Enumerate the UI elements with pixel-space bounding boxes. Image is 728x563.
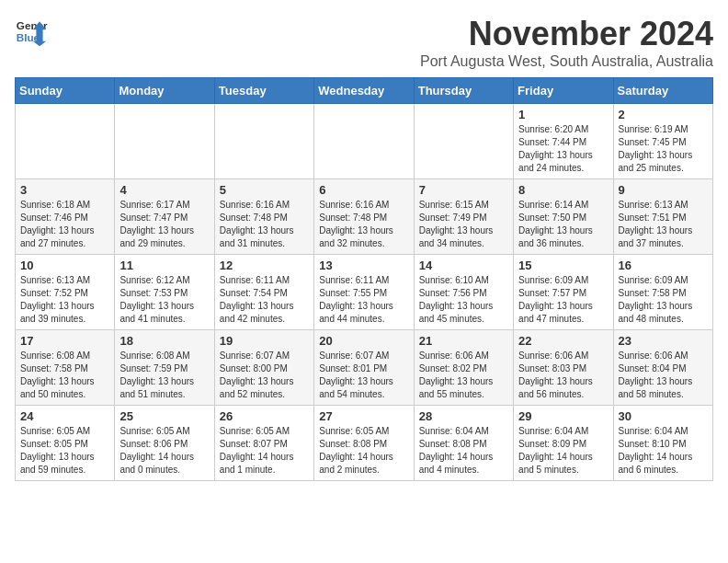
day-info: Sunrise: 6:13 AM Sunset: 7:52 PM Dayligh… (20, 275, 95, 324)
day-cell: 24Sunrise: 6:05 AM Sunset: 8:05 PM Dayli… (16, 406, 115, 481)
day-cell: 7Sunrise: 6:15 AM Sunset: 7:49 PM Daylig… (414, 179, 513, 255)
day-cell: 9Sunrise: 6:13 AM Sunset: 7:51 PM Daylig… (613, 179, 712, 255)
day-cell (214, 104, 313, 179)
day-cell: 20Sunrise: 6:07 AM Sunset: 8:01 PM Dayli… (314, 330, 414, 406)
day-cell: 25Sunrise: 6:05 AM Sunset: 8:06 PM Dayli… (115, 406, 214, 481)
day-info: Sunrise: 6:04 AM Sunset: 8:08 PM Dayligh… (419, 426, 494, 475)
day-cell (414, 104, 513, 179)
day-cell: 4Sunrise: 6:17 AM Sunset: 7:47 PM Daylig… (115, 179, 214, 255)
day-info: Sunrise: 6:11 AM Sunset: 7:54 PM Dayligh… (220, 275, 294, 324)
day-cell: 18Sunrise: 6:08 AM Sunset: 7:59 PM Dayli… (115, 330, 214, 406)
day-info: Sunrise: 6:10 AM Sunset: 7:56 PM Dayligh… (419, 275, 494, 324)
day-number: 4 (119, 183, 209, 197)
day-cell: 6Sunrise: 6:16 AM Sunset: 7:48 PM Daylig… (314, 179, 414, 255)
day-number: 21 (419, 334, 508, 348)
day-cell (16, 104, 115, 179)
day-cell: 14Sunrise: 6:10 AM Sunset: 7:56 PM Dayli… (414, 255, 513, 330)
day-info: Sunrise: 6:09 AM Sunset: 7:57 PM Dayligh… (518, 275, 593, 324)
day-number: 2 (619, 108, 708, 121)
week-row-2: 3Sunrise: 6:18 AM Sunset: 7:46 PM Daylig… (16, 179, 713, 255)
day-cell: 12Sunrise: 6:11 AM Sunset: 7:54 PM Dayli… (214, 255, 313, 330)
header-cell-sunday: Sunday (16, 78, 115, 104)
day-number: 30 (619, 409, 708, 423)
week-row-3: 10Sunrise: 6:13 AM Sunset: 7:52 PM Dayli… (16, 255, 713, 330)
day-info: Sunrise: 6:07 AM Sunset: 8:01 PM Dayligh… (319, 350, 393, 399)
month-title: November 2024 (420, 15, 713, 53)
day-number: 11 (119, 259, 209, 272)
header-cell-friday: Friday (514, 78, 613, 104)
day-info: Sunrise: 6:12 AM Sunset: 7:53 PM Dayligh… (119, 275, 194, 324)
day-info: Sunrise: 6:07 AM Sunset: 8:00 PM Dayligh… (220, 350, 294, 399)
day-info: Sunrise: 6:08 AM Sunset: 7:58 PM Dayligh… (20, 350, 95, 399)
header: General Blue November 2024 Port Augusta … (15, 15, 713, 70)
logo-icon: General Blue (15, 15, 48, 48)
header-cell-tuesday: Tuesday (214, 78, 313, 104)
day-cell: 22Sunrise: 6:06 AM Sunset: 8:03 PM Dayli… (514, 330, 613, 406)
day-number: 8 (518, 183, 608, 197)
day-cell: 21Sunrise: 6:06 AM Sunset: 8:02 PM Dayli… (414, 330, 513, 406)
day-number: 22 (518, 334, 608, 348)
day-number: 27 (319, 409, 408, 423)
day-info: Sunrise: 6:15 AM Sunset: 7:49 PM Dayligh… (419, 200, 494, 248)
day-number: 25 (119, 409, 209, 423)
day-cell: 1Sunrise: 6:20 AM Sunset: 7:44 PM Daylig… (514, 104, 613, 179)
day-cell: 10Sunrise: 6:13 AM Sunset: 7:52 PM Dayli… (16, 255, 115, 330)
day-cell: 13Sunrise: 6:11 AM Sunset: 7:55 PM Dayli… (314, 255, 414, 330)
logo: General Blue (15, 15, 48, 48)
calendar-header: SundayMondayTuesdayWednesdayThursdayFrid… (16, 78, 713, 104)
calendar-table: SundayMondayTuesdayWednesdayThursdayFrid… (15, 77, 713, 481)
calendar-body: 1Sunrise: 6:20 AM Sunset: 7:44 PM Daylig… (16, 104, 713, 481)
day-number: 12 (220, 259, 309, 272)
day-cell: 3Sunrise: 6:18 AM Sunset: 7:46 PM Daylig… (16, 179, 115, 255)
day-info: Sunrise: 6:19 AM Sunset: 7:45 PM Dayligh… (619, 124, 693, 173)
day-info: Sunrise: 6:05 AM Sunset: 8:07 PM Dayligh… (220, 426, 294, 475)
day-cell: 23Sunrise: 6:06 AM Sunset: 8:04 PM Dayli… (613, 330, 712, 406)
day-info: Sunrise: 6:13 AM Sunset: 7:51 PM Dayligh… (619, 200, 693, 248)
day-cell: 26Sunrise: 6:05 AM Sunset: 8:07 PM Dayli… (214, 406, 313, 481)
day-number: 1 (518, 108, 608, 121)
day-info: Sunrise: 6:06 AM Sunset: 8:02 PM Dayligh… (419, 350, 494, 399)
week-row-4: 17Sunrise: 6:08 AM Sunset: 7:58 PM Dayli… (16, 330, 713, 406)
day-number: 17 (20, 334, 109, 348)
day-cell: 29Sunrise: 6:04 AM Sunset: 8:09 PM Dayli… (514, 406, 613, 481)
svg-text:General: General (17, 19, 48, 31)
day-cell (314, 104, 414, 179)
day-cell: 17Sunrise: 6:08 AM Sunset: 7:58 PM Dayli… (16, 330, 115, 406)
day-cell: 8Sunrise: 6:14 AM Sunset: 7:50 PM Daylig… (514, 179, 613, 255)
day-cell: 30Sunrise: 6:04 AM Sunset: 8:10 PM Dayli… (613, 406, 712, 481)
day-number: 3 (20, 183, 109, 197)
day-info: Sunrise: 6:09 AM Sunset: 7:58 PM Dayligh… (619, 275, 693, 324)
day-info: Sunrise: 6:05 AM Sunset: 8:08 PM Dayligh… (319, 426, 393, 475)
header-cell-thursday: Thursday (414, 78, 513, 104)
day-info: Sunrise: 6:05 AM Sunset: 8:05 PM Dayligh… (20, 426, 95, 475)
day-number: 15 (518, 259, 608, 272)
day-info: Sunrise: 6:14 AM Sunset: 7:50 PM Dayligh… (518, 200, 593, 248)
day-info: Sunrise: 6:08 AM Sunset: 7:59 PM Dayligh… (119, 350, 194, 399)
day-number: 7 (419, 183, 508, 197)
day-number: 28 (419, 409, 508, 423)
day-number: 24 (20, 409, 109, 423)
day-info: Sunrise: 6:06 AM Sunset: 8:03 PM Dayligh… (518, 350, 593, 399)
day-info: Sunrise: 6:16 AM Sunset: 7:48 PM Dayligh… (220, 200, 294, 248)
day-info: Sunrise: 6:05 AM Sunset: 8:06 PM Dayligh… (119, 426, 194, 475)
day-cell: 5Sunrise: 6:16 AM Sunset: 7:48 PM Daylig… (214, 179, 313, 255)
day-number: 14 (419, 259, 508, 272)
day-number: 5 (220, 183, 309, 197)
day-cell: 27Sunrise: 6:05 AM Sunset: 8:08 PM Dayli… (314, 406, 414, 481)
day-number: 20 (319, 334, 408, 348)
day-info: Sunrise: 6:04 AM Sunset: 8:10 PM Dayligh… (619, 426, 693, 475)
day-cell: 19Sunrise: 6:07 AM Sunset: 8:00 PM Dayli… (214, 330, 313, 406)
day-info: Sunrise: 6:06 AM Sunset: 8:04 PM Dayligh… (619, 350, 693, 399)
day-number: 13 (319, 259, 408, 272)
day-info: Sunrise: 6:17 AM Sunset: 7:47 PM Dayligh… (119, 200, 194, 248)
day-number: 29 (518, 409, 608, 423)
header-row: SundayMondayTuesdayWednesdayThursdayFrid… (16, 78, 713, 104)
day-number: 6 (319, 183, 408, 197)
header-cell-monday: Monday (115, 78, 214, 104)
title-area: November 2024 Port Augusta West, South A… (420, 15, 713, 70)
day-number: 23 (619, 334, 708, 348)
header-cell-saturday: Saturday (613, 78, 712, 104)
day-info: Sunrise: 6:18 AM Sunset: 7:46 PM Dayligh… (20, 200, 95, 248)
day-number: 26 (220, 409, 309, 423)
day-number: 16 (619, 259, 708, 272)
